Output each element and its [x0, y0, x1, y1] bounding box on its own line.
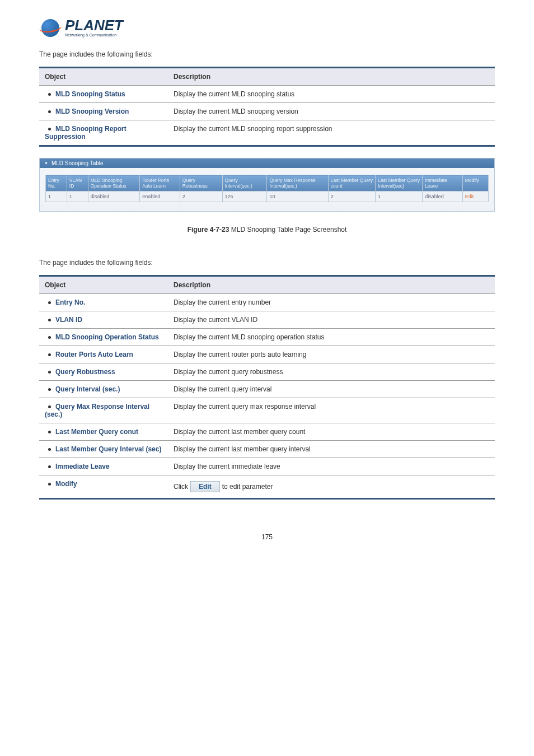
table-header: Object	[39, 276, 168, 294]
bullet-icon	[48, 431, 51, 433]
column-header: Last Member Query Interval(sec)	[375, 175, 422, 192]
object-cell: MLD Snooping Status	[39, 86, 168, 103]
desc-cell: Display the current immediate leave	[168, 458, 495, 475]
object-cell: Last Member Query Interval (sec)	[39, 441, 168, 458]
logo-name: PLANET	[65, 19, 123, 32]
bullet-icon	[48, 110, 51, 113]
object-label: Modify	[55, 480, 77, 488]
figure-desc: MLD Snooping Table Page Screenshot	[229, 226, 346, 234]
table-row: Query Max Response Interval (sec.)Displa…	[39, 398, 495, 423]
spec-table-1: Object Description MLD Snooping StatusDi…	[39, 67, 495, 147]
desc-post: to edit parameter	[222, 483, 273, 491]
column-header: Query Max Response Interval(sec.)	[267, 175, 328, 192]
table-row: Query Interval (sec.)Display the current…	[39, 381, 495, 398]
column-header: Immediate Leave	[423, 175, 463, 192]
table-row: ModifyClick Edit to edit parameter	[39, 475, 495, 499]
bullet-icon	[48, 353, 51, 356]
object-cell: Query Max Response Interval (sec.)	[39, 398, 168, 423]
desc-cell: Display the current MLD snooping status	[168, 86, 495, 103]
figure-caption: Figure 4-7-23 MLD Snooping Table Page Sc…	[39, 226, 495, 234]
intro-text-1: The page includes the following fields:	[39, 50, 495, 58]
object-label: Last Member Query conut	[55, 428, 138, 436]
object-cell: Entry No.	[39, 294, 168, 311]
column-header: Last Member Query count	[328, 175, 375, 192]
object-label: Query Max Response Interval (sec.)	[45, 403, 149, 418]
table-row: Router Ports Auto LearnDisplay the curre…	[39, 346, 495, 363]
object-label: Router Ports Auto Learn	[55, 351, 133, 358]
object-label: MLD Snooping Version	[55, 108, 129, 115]
bullet-icon	[48, 465, 51, 468]
bullet-icon	[48, 388, 51, 391]
logo-tagline: Networking & Communication	[65, 33, 123, 37]
logo-icon	[39, 17, 62, 39]
cell-entry: 1	[46, 192, 67, 202]
table-row: MLD Snooping Operation StatusDisplay the…	[39, 329, 495, 346]
cell-query-interval: 125	[222, 192, 267, 202]
table-header: Object	[39, 68, 168, 86]
cell-op-status: disabled	[88, 192, 140, 202]
table-row: Last Member Query conutDisplay the curre…	[39, 423, 495, 441]
table-header: Description	[168, 276, 495, 294]
object-cell: MLD Snooping Version	[39, 103, 168, 120]
cell-modify: Edit	[462, 192, 488, 202]
cell-robustness: 2	[180, 192, 222, 202]
column-header: Router Ports Auto Learn	[140, 175, 180, 192]
cell-immediate-leave: disabled	[423, 192, 463, 202]
object-cell: Router Ports Auto Learn	[39, 346, 168, 363]
column-header: Query Robustness	[180, 175, 222, 192]
object-cell: Immediate Leave	[39, 458, 168, 475]
object-cell: VLAN ID	[39, 311, 168, 329]
desc-cell: Display the current VLAN ID	[168, 311, 495, 329]
table-row: Immediate LeaveDisplay the current immed…	[39, 458, 495, 475]
edit-button[interactable]: Edit	[190, 481, 220, 492]
figure-label: Figure 4-7-23	[188, 226, 229, 234]
mld-panel-header[interactable]: ▼ MLD Snooping Table	[40, 158, 494, 168]
bullet-icon	[48, 93, 51, 96]
desc-cell: Display the current query max response i…	[168, 398, 495, 423]
column-header: Query Interval(sec.)	[222, 175, 267, 192]
table-row: 1 1 disabled enabled 2 125 10 2 1 disabl…	[46, 192, 489, 202]
bullet-icon	[48, 319, 51, 321]
bullet-icon	[48, 336, 51, 339]
object-label: Query Robustness	[55, 368, 115, 376]
object-label: MLD Snooping Report Suppression	[45, 125, 127, 141]
column-header: MLD Snooping Operation Status	[88, 175, 140, 192]
desc-cell: Display the current query robustness	[168, 363, 495, 381]
object-label: Entry No.	[55, 298, 85, 306]
table-row: MLD Snooping VersionDisplay the current …	[39, 103, 495, 120]
object-label: Query Interval (sec.)	[55, 385, 120, 393]
desc-cell: Display the current MLD snooping operati…	[168, 329, 495, 346]
cell-lmq-count: 2	[328, 192, 375, 202]
object-label: MLD Snooping Operation Status	[55, 333, 159, 341]
bullet-icon	[48, 301, 51, 304]
column-header: Modify	[462, 175, 488, 192]
edit-link[interactable]: Edit	[465, 194, 474, 199]
desc-pre: Click	[174, 483, 188, 491]
bullet-icon	[48, 371, 51, 374]
object-cell: Query Interval (sec.)	[39, 381, 168, 398]
table-header: Description	[168, 68, 495, 86]
desc-cell: Display the current last member query in…	[168, 441, 495, 458]
bullet-icon	[48, 483, 51, 486]
desc-cell: Display the current last member query co…	[168, 423, 495, 441]
desc-cell: Display the current router ports auto le…	[168, 346, 495, 363]
object-label: Last Member Query Interval (sec)	[55, 445, 161, 453]
object-label: Immediate Leave	[55, 463, 110, 470]
mld-panel-title: MLD Snooping Table	[51, 160, 104, 166]
column-header: VLAN ID	[67, 175, 88, 192]
object-cell: Query Robustness	[39, 363, 168, 381]
desc-cell: Display the current MLD snooping report …	[168, 120, 495, 146]
logo: PLANET Networking & Communication	[39, 17, 495, 39]
object-label: VLAN ID	[55, 316, 82, 324]
intro-text-2: The page includes the following fields:	[39, 259, 495, 267]
object-label: MLD Snooping Status	[55, 90, 125, 98]
table-row: Query RobustnessDisplay the current quer…	[39, 363, 495, 381]
chevron-down-icon: ▼	[44, 161, 48, 165]
object-cell: MLD Snooping Report Suppression	[39, 120, 168, 146]
cell-router-learn: enabled	[140, 192, 180, 202]
table-row: Entry No.Display the current entry numbe…	[39, 294, 495, 311]
bullet-icon	[48, 128, 51, 130]
mld-snooping-panel: ▼ MLD Snooping Table Entry No.VLAN IDMLD…	[39, 158, 495, 212]
object-cell: MLD Snooping Operation Status	[39, 329, 168, 346]
table-row: MLD Snooping StatusDisplay the current M…	[39, 86, 495, 103]
